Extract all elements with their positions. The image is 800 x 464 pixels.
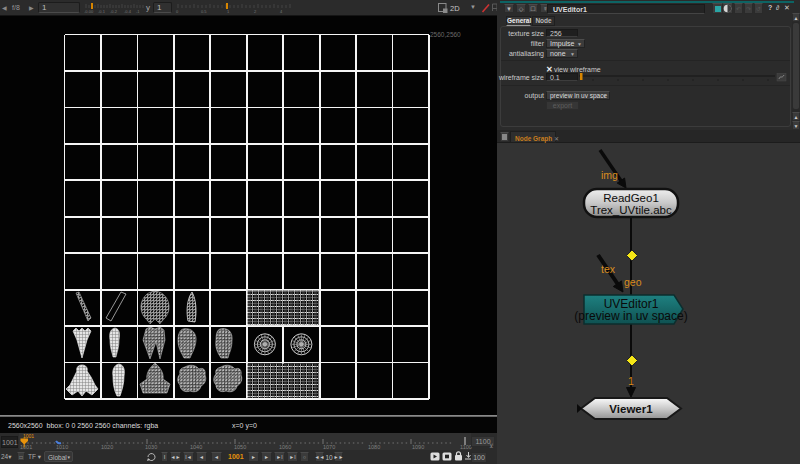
svg-text:1001: 1001 — [23, 433, 34, 439]
svg-text:img: img — [601, 169, 618, 181]
svg-text:ReadGeo1: ReadGeo1 — [603, 192, 659, 204]
svg-text:(preview in uv space): (preview in uv space) — [574, 309, 687, 323]
svg-text:1: 1 — [628, 375, 634, 387]
svg-text:tex: tex — [601, 263, 616, 275]
svg-text:Trex_UVtile.abc: Trex_UVtile.abc — [590, 204, 672, 216]
svg-text:geo: geo — [624, 276, 642, 288]
svg-text:2560,2560: 2560,2560 — [430, 31, 461, 38]
svg-text:Viewer1: Viewer1 — [609, 403, 653, 415]
